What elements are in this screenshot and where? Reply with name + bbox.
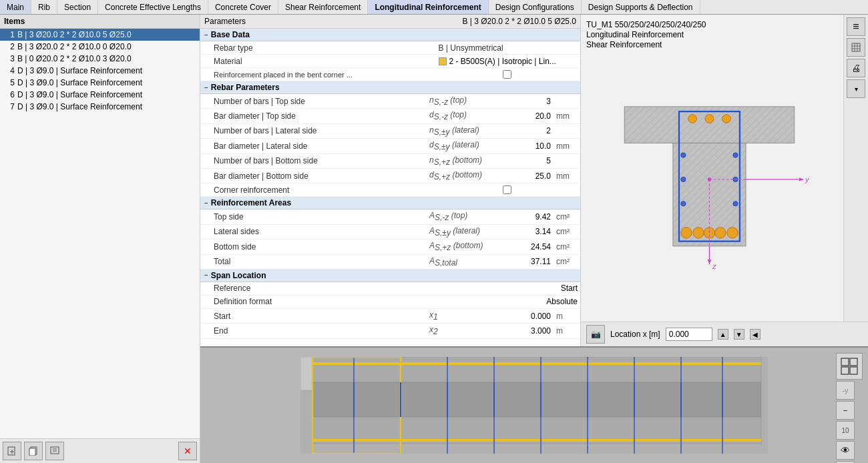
beam-view-panel: -y − 10 👁 🖨 📋 ✕ (200, 346, 868, 463)
material-text: 2 - B500S(A) | Isotropic | Lin... (449, 57, 556, 66)
location-label: Location x [m] (610, 330, 660, 339)
beam-svg-container (200, 348, 868, 463)
section-title: Base Data (211, 30, 250, 39)
param-symbol (356, 287, 436, 290)
collapse-icon: − (204, 272, 208, 279)
param-value: 2 - B500S(A) | Isotropic | Lin... (436, 55, 581, 67)
import-button[interactable] (45, 442, 64, 460)
svg-point-16 (722, 115, 730, 123)
list-item[interactable]: 5 D | 3 Ø9.0 | Surface Reinforcement (0, 77, 200, 89)
param-name: Material (211, 55, 356, 67)
param-symbol (420, 73, 500, 76)
print-button[interactable]: 🖨 (847, 59, 865, 77)
svg-rect-70 (841, 367, 849, 374)
param-value: 37.11 (507, 256, 554, 268)
list-item[interactable]: 2 B | 3 Ø20.0 2 * 2 Ø10.0 0 Ø20.0 (0, 41, 200, 53)
new-button[interactable] (3, 442, 21, 460)
location-bar: 📷 Location x [m] ▲ ▼ ◀ (581, 322, 868, 346)
list-item[interactable]: 1 B | 3 Ø20.0 2 * 2 Ø10.0 5 Ø25.0 (0, 29, 200, 41)
param-num-bars-top: Number of bars | Top side nS,-z (top) 3 (200, 94, 580, 109)
params-title: Parameters (204, 17, 246, 26)
location-down-button[interactable]: ▼ (734, 329, 744, 340)
item-label: B | 0 Ø20.0 2 * 2 Ø10.0 3 Ø20.0 (17, 54, 132, 63)
table-icon (851, 43, 861, 52)
param-name: End (211, 325, 427, 337)
menu-long-reinf[interactable]: Longitudinal Reinforcement (368, 0, 488, 14)
param-num-bars-bot: Number of bars | Bottom side nS,+z (bott… (200, 154, 580, 169)
param-name: Number of bars | Bottom side (211, 155, 427, 167)
table-view-button[interactable] (847, 38, 865, 57)
svg-point-23 (680, 227, 691, 238)
list-item[interactable]: 3 B | 0 Ø20.0 2 * 2 Ø10.0 3 Ø20.0 (0, 53, 200, 65)
num10-button[interactable]: 10 (836, 421, 855, 440)
zoom-button[interactable]: − (836, 401, 855, 420)
param-area-bot: Bottom side AS,+z (bottom) 24.54 cm² (200, 240, 580, 254)
corner-reinf-checkbox[interactable] (503, 185, 511, 194)
eye-button[interactable]: 👁 (836, 441, 855, 460)
param-name: Number of bars | Lateral side (211, 125, 427, 137)
param-name: Bar diameter | Lateral side (211, 140, 427, 152)
section-span-loc[interactable]: − Span Location (200, 270, 580, 282)
bent-corner-checkbox[interactable] (503, 70, 511, 79)
items-list: 1 B | 3 Ø20.0 2 * 2 Ø10.0 5 Ø25.0 2 B | … (0, 29, 200, 438)
cross-section-svg: y z (612, 99, 813, 272)
svg-rect-0 (8, 447, 15, 455)
param-unit (554, 129, 580, 132)
list-item[interactable]: 7 D | 3 Ø9.0 | Surface Reinforcement (0, 101, 200, 113)
cross-section-area: TU_M1 550/250/240/250/240/250 Longitudin… (581, 15, 843, 322)
filter-button[interactable]: ≡ (847, 17, 865, 36)
menu-rib[interactable]: Rib (31, 0, 57, 14)
section-rebar-params[interactable]: − Rebar Parameters (200, 81, 580, 94)
param-dia-bot: Bar diameter | Bottom side dS,+z (bottom… (200, 169, 580, 183)
list-item[interactable]: 4 D | 3 Ø9.0 | Surface Reinforcement (0, 65, 200, 77)
item-label: B | 3 Ø20.0 2 * 2 Ø10.0 5 Ø25.0 (17, 30, 132, 39)
menu-concrete-eff[interactable]: Concrete Effective Lengths (98, 0, 208, 14)
screenshot-button[interactable]: 📷 (586, 325, 605, 344)
reinf-areas-rows: Top side AS,-z (top) 9.42 cm² Lateral si… (200, 209, 580, 270)
svg-point-17 (680, 153, 685, 157)
menu-design-supports[interactable]: Design Supports & Deflection (582, 0, 700, 14)
collapse-icon: − (204, 199, 208, 207)
menu-shear[interactable]: Shear Reinforcement (278, 0, 368, 14)
param-value: 3 (507, 95, 554, 107)
param-reference: Reference Start (200, 282, 580, 296)
item-label: D | 3 Ø9.0 | Surface Reinforcement (17, 66, 142, 75)
export-button[interactable]: ▾ (847, 79, 865, 98)
param-name: Reinforcement placed in the bent corner … (211, 69, 420, 80)
section-base-data[interactable]: − Base Data (200, 29, 580, 41)
item-num: 7 (4, 102, 15, 111)
param-value: 2 (507, 125, 554, 137)
param-unit: cm² (554, 241, 580, 253)
menu-main[interactable]: Main (0, 0, 31, 14)
param-symbol: x2 (427, 324, 507, 338)
location-prev-button[interactable]: ◀ (750, 329, 761, 340)
location-input[interactable] (666, 328, 712, 341)
grid-icon (840, 357, 859, 376)
grid-view-button[interactable] (836, 353, 863, 380)
svg-text:y: y (805, 175, 809, 183)
collapse-icon: − (204, 31, 208, 39)
view-y-button[interactable]: -y (836, 381, 855, 400)
param-symbol: nS,+z (bottom) (427, 154, 507, 168)
items-header: Items (0, 15, 200, 29)
delete-button[interactable]: ✕ (178, 442, 197, 460)
menu-concrete-cover[interactable]: Concrete Cover (208, 0, 278, 14)
section-reinf-areas[interactable]: − Reinforcement Areas (200, 197, 580, 209)
svg-rect-4 (29, 448, 35, 456)
location-up-button[interactable]: ▲ (718, 329, 728, 340)
item-num: 2 (4, 42, 15, 51)
menu-section[interactable]: Section (57, 0, 98, 14)
item-num: 3 (4, 54, 15, 63)
param-unit (554, 100, 580, 103)
svg-point-18 (680, 177, 685, 181)
list-item[interactable]: 6 D | 3 Ø9.0 | Surface Reinforcement (0, 89, 200, 101)
duplicate-button[interactable] (24, 442, 43, 460)
params-body[interactable]: − Base Data Rebar type B | Unsymmetrical (200, 29, 580, 346)
menu-design-config[interactable]: Design Configurations (489, 0, 582, 14)
item-num: 5 (4, 78, 15, 87)
param-value: Absolute (436, 296, 581, 308)
param-name: Bottom side (211, 241, 427, 253)
svg-point-27 (726, 227, 737, 238)
item-label: D | 3 Ø9.0 | Surface Reinforcement (17, 78, 142, 87)
param-rebar-type: Rebar type B | Unsymmetrical (200, 41, 580, 55)
